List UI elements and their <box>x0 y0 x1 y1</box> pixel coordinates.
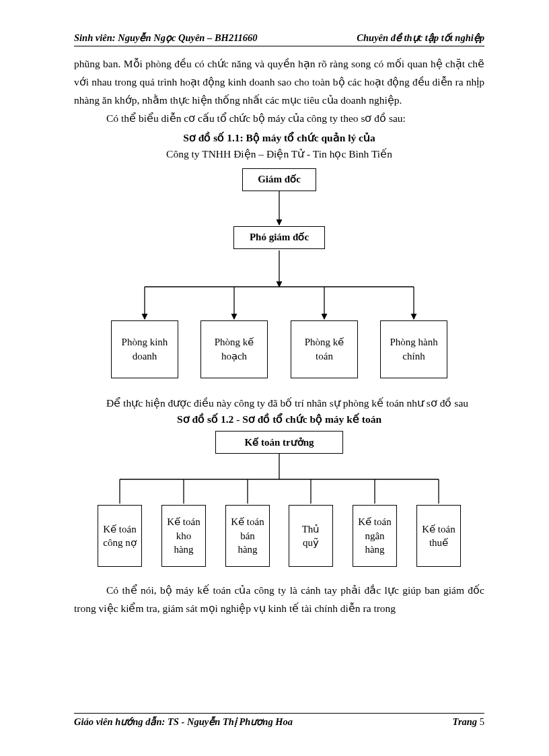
header-right: Chuyên đề thực tập tốt nghiệp <box>357 32 484 44</box>
d1-box-child-1: Phòng kế hoạch <box>200 320 268 378</box>
d1-box-child-3: Phòng hành chính <box>380 320 447 378</box>
paragraph-2: Có thể biểu diễn cơ cấu tổ chức bộ máy c… <box>74 109 484 127</box>
d2-box-chief: Kế toán trưởng <box>215 431 343 454</box>
d1-box-child-0: Phòng kinh doanh <box>111 320 178 378</box>
note-1: Để thực hiện được điều này công ty đã bố… <box>74 394 484 412</box>
d2-box-child-4: Kế toán ngân hàng <box>353 505 397 567</box>
footer-right: Trang 5 <box>453 716 484 728</box>
d1-box-deputy: Phó giám đốc <box>233 226 325 249</box>
footer-left: Giáo viên hướng dẫn: TS - Nguyễn Thị Phư… <box>74 716 293 728</box>
diagram1: Giám đốc Phó giám đốc Phòng kinh doanh P… <box>98 167 461 389</box>
d2-box-child-2: Kế toán bán hàng <box>225 505 270 567</box>
d2-box-child-3: Thủ quỹ <box>289 505 333 567</box>
diagram1-title: Sơ đồ số 1.1: Bộ máy tổ chức quản lý của <box>74 132 484 144</box>
page-label: Trang <box>453 716 480 727</box>
diagram2: Kế toán trưởng Kế toán công nợ Kế toán k… <box>87 429 471 574</box>
page-header: Sinh viên: Nguyễn Ngọc Quyên – BH211660 … <box>74 32 484 46</box>
diagram2-title: Sơ đồ số 1.2 - Sơ đồ tổ chức bộ máy kế t… <box>74 413 484 425</box>
diagram1-subtitle: Công ty TNHH Điện – Điện Tử - Tin học Bì… <box>74 148 484 160</box>
d1-box-child-2: Phòng kế toán <box>291 320 358 378</box>
page-number: 5 <box>480 716 484 727</box>
paragraph-1: phũng ban. Mỗi phòng đều có chức năng và… <box>74 55 484 109</box>
header-left: Sinh viên: Nguyễn Ngọc Quyên – BH211660 <box>74 32 258 44</box>
d2-box-child-1: Kế toán kho hàng <box>161 505 206 567</box>
page-footer: Giáo viên hướng dẫn: TS - Nguyễn Thị Phư… <box>74 713 484 728</box>
closing-paragraph: Có thể nói, bộ máy kế toán của công ty l… <box>74 581 484 617</box>
d2-box-child-5: Kế toán thuế <box>416 505 461 567</box>
d2-box-child-0: Kế toán công nợ <box>98 505 142 567</box>
d1-box-director: Giám đốc <box>242 168 316 191</box>
